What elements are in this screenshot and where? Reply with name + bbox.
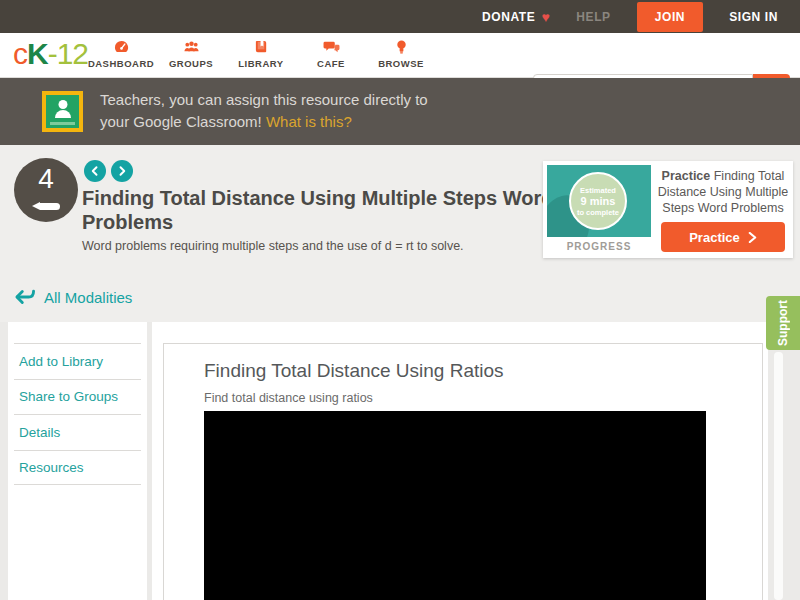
lesson-heading: Finding Total Distance Using Ratios [204,360,722,382]
nav-label-groups: GROUPS [169,58,213,69]
chevron-left-icon [89,165,101,177]
nav-label-library: LIBRARY [238,58,283,69]
heart-icon: ♥ [541,9,550,25]
help-link[interactable]: HELP [576,10,610,24]
primary-nav: DASHBOARD GROUPS LIBRARY CAFE [86,39,436,69]
estimate-badge: Estimated 9 mins to complete [569,172,627,230]
sidebar-item-resources[interactable]: Resources [14,450,141,486]
support-tab[interactable]: Support [766,296,800,350]
page-title: Finding Total Distance Using Multiple St… [82,186,562,234]
page-subtitle: Word problems requiring multiple steps a… [82,239,464,253]
google-classroom-icon [42,91,83,132]
donate-label: DONATE [482,10,535,24]
nav-label-browse: BROWSE [378,58,424,69]
sidebar-item-share-to-groups[interactable]: Share to Groups [14,379,141,415]
prev-arrow-button[interactable] [84,160,106,182]
all-modalities-label: All Modalities [44,289,132,306]
people-icon [183,39,200,54]
pencil-icon [32,202,62,211]
sidebar-item-details[interactable]: Details [14,414,141,450]
nav-item-groups[interactable]: GROUPS [156,39,226,69]
practice-button[interactable]: Practice [661,222,785,252]
book-icon [253,39,270,54]
video-player[interactable] [204,411,706,600]
ck12-logo[interactable]: cK-12 [13,37,88,71]
nav-item-cafe[interactable]: CAFE [296,39,366,69]
sign-in-link[interactable]: SIGN IN [729,10,778,24]
join-button[interactable]: JOIN [637,2,703,32]
main-content-panel: Finding Total Distance Using Ratios Find… [152,322,768,600]
back-arrow-icon [14,288,36,306]
scrollbar[interactable] [774,352,783,600]
action-sidebar: Add to Library Share to Groups Details R… [8,322,147,600]
what-is-this-link[interactable]: What is this? [266,113,352,130]
chat-bubbles-icon [323,39,340,54]
chevron-right-icon [748,232,757,243]
progress-label: PROGRESS [547,241,651,252]
nav-bar: cK-12 DASHBOARD GROUPS [0,33,800,78]
nav-item-library[interactable]: LIBRARY [226,39,296,69]
lesson-box: Finding Total Distance Using Ratios Find… [163,343,763,600]
nav-label-dashboard: DASHBOARD [88,58,154,69]
badge-number: 4 [14,163,78,195]
banner-line1: Teachers, you can assign this resource d… [100,89,428,111]
next-arrow-button[interactable] [111,160,133,182]
donate-link[interactable]: DONATE ♥ [482,9,550,25]
logo-c: c [13,37,27,70]
lesson-subheading: Find total distance using ratios [204,391,722,405]
practice-card: Estimated 9 mins to complete PROGRESS Pr… [543,161,793,258]
practice-description: Practice Finding Total Distance Using Mu… [657,168,789,216]
top-bar: DONATE ♥ HELP JOIN SIGN IN [0,0,800,33]
banner-line2: your Google Classroom! [100,113,262,130]
all-modalities-link[interactable]: All Modalities [14,288,132,306]
gauge-icon [113,39,130,54]
chevron-right-icon [116,165,128,177]
sidebar-item-add-to-library[interactable]: Add to Library [14,343,141,379]
nav-item-dashboard[interactable]: DASHBOARD [86,39,156,69]
practice-thumbnail[interactable]: Estimated 9 mins to complete [547,165,651,237]
modality-badge: 4 [14,158,78,222]
logo-k: K [27,37,48,70]
nav-label-cafe: CAFE [317,58,345,69]
lightbulb-icon [393,39,410,54]
classroom-banner: Teachers, you can assign this resource d… [0,78,800,145]
banner-text: Teachers, you can assign this resource d… [100,89,428,133]
support-tab-label: Support [776,300,790,346]
nav-item-browse[interactable]: BROWSE [366,39,436,69]
logo-12: -12 [48,37,88,70]
